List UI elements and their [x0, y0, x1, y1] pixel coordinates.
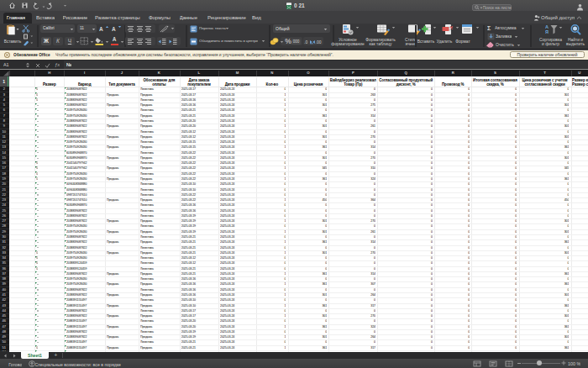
svg-text:Я: Я: [545, 29, 549, 34]
svg-text:.0: .0: [304, 39, 307, 44]
svg-text:.00: .00: [316, 39, 322, 44]
svg-text:А: А: [545, 24, 549, 29]
